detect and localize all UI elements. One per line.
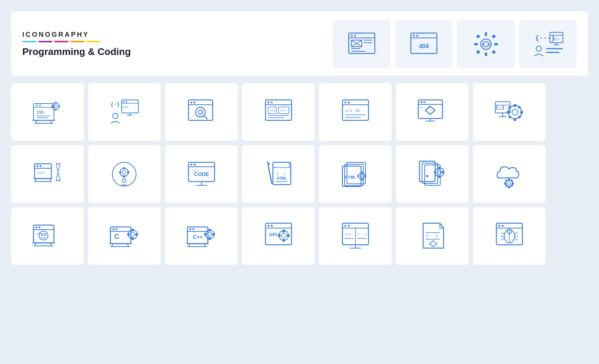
- coding-hourglass-icon: </>: [11, 145, 84, 203]
- svg-text:{···}: {···}: [277, 172, 286, 176]
- svg-rect-198: [127, 233, 130, 235]
- svg-text:C: C: [115, 233, 119, 240]
- svg-text:</>: </>: [345, 233, 351, 236]
- c-settings-icon: C: [88, 207, 161, 265]
- svg-point-207: [193, 228, 194, 230]
- svg-text:</>: </>: [498, 107, 504, 111]
- svg-point-247: [498, 225, 500, 227]
- svg-rect-97: [514, 104, 516, 107]
- svg-text:{···}: {···}: [426, 233, 438, 238]
- svg-rect-171: [512, 182, 514, 184]
- brand-line-4: [70, 41, 84, 42]
- svg-line-67: [204, 116, 207, 119]
- web-code-icon: </> </>: [242, 83, 315, 141]
- cpp-settings-icon: C++: [165, 207, 238, 265]
- ruby-monitor-icon: {···}: [396, 83, 468, 141]
- svg-text:API: API: [269, 232, 277, 237]
- svg-point-33: [536, 46, 541, 51]
- svg-point-112: [36, 165, 38, 167]
- svg-rect-168: [508, 179, 510, 181]
- svg-text:</>: </>: [36, 232, 42, 235]
- brand-line-5: [86, 41, 100, 42]
- header-icons: 404 {··}: [333, 20, 577, 68]
- svg-point-232: [344, 225, 346, 227]
- html-notebook-icon: {···} HTML: [242, 145, 315, 203]
- svg-rect-214: [212, 233, 215, 235]
- svg-rect-197: [132, 237, 134, 240]
- svg-rect-23: [492, 34, 496, 38]
- svg-rect-98: [514, 118, 516, 121]
- svg-rect-196: [132, 229, 134, 231]
- svg-point-88: [421, 101, 422, 103]
- cloud-settings-icon: [473, 145, 545, 203]
- svg-point-206: [190, 228, 191, 230]
- svg-point-60: [113, 113, 118, 118]
- svg-rect-47: [58, 105, 60, 107]
- svg-rect-103: [508, 116, 511, 118]
- svg-line-256: [515, 238, 518, 240]
- svg-point-132: [190, 163, 192, 165]
- svg-rect-228: [278, 234, 281, 237]
- svg-point-191: [113, 228, 115, 230]
- brand-line-1: [22, 41, 36, 42]
- svg-line-254: [515, 233, 518, 234]
- developer-header-icon: {···} </>: [519, 20, 577, 68]
- svg-rect-44: [55, 102, 57, 104]
- svg-line-138: [268, 165, 272, 183]
- svg-text:{·}: {·}: [110, 101, 120, 107]
- svg-rect-21: [494, 43, 498, 45]
- svg-point-63: [190, 102, 192, 104]
- icons-grid: ● ● CSS {·}: [11, 83, 588, 265]
- svg-point-56: [126, 101, 127, 103]
- css-settings-icon: ● ● CSS: [11, 83, 84, 141]
- svg-text:C++: C++: [193, 234, 203, 240]
- svg-rect-169: [508, 186, 510, 188]
- svg-text:</>: </>: [270, 108, 276, 112]
- svg-point-2: [351, 35, 352, 37]
- svg-point-71: [267, 102, 269, 104]
- svg-point-129: [122, 179, 126, 182]
- svg-text:</>: </>: [37, 170, 45, 175]
- svg-line-251: [501, 233, 504, 234]
- svg-rect-229: [287, 234, 290, 237]
- web-layout-header-icon: [333, 20, 390, 68]
- svg-point-165: [426, 175, 428, 177]
- robot-code-icon: </>: [11, 207, 84, 265]
- svg-point-89: [424, 101, 425, 103]
- svg-text:{···}: {···}: [357, 233, 367, 236]
- svg-point-233: [348, 225, 350, 227]
- svg-point-42: [52, 103, 59, 110]
- svg-line-253: [501, 238, 504, 240]
- svg-rect-125: [123, 167, 125, 169]
- js-icon: </> JS: [319, 83, 392, 141]
- code-book-icon: </> {···}: [319, 207, 392, 265]
- svg-rect-19: [485, 52, 487, 56]
- svg-point-222: [271, 225, 273, 227]
- svg-rect-46: [51, 105, 53, 107]
- svg-rect-161: [438, 167, 441, 169]
- code-developer-icon: {·} </>: [88, 83, 161, 141]
- svg-rect-163: [434, 171, 437, 173]
- icon-row-2: </>: [11, 145, 588, 203]
- code-gear-icon: {·} </>: [473, 83, 545, 141]
- code-search-icon: {}: [165, 83, 238, 141]
- svg-rect-155: [364, 175, 366, 177]
- code-settings-header-icon: {··}: [457, 20, 515, 68]
- svg-point-160: [438, 170, 441, 174]
- svg-rect-126: [123, 175, 125, 178]
- icon-row-1: ● ● CSS {·}: [11, 83, 588, 141]
- svg-point-64: [193, 102, 195, 104]
- icon-row-3: </> C: [11, 207, 588, 265]
- svg-text:CSS: CSS: [37, 110, 44, 114]
- svg-rect-226: [283, 230, 285, 233]
- svg-rect-153: [361, 179, 363, 181]
- html-settings-icon: HTML: [319, 145, 392, 203]
- header: ICONOGRAPHY Programming & Coding: [11, 11, 588, 76]
- svg-rect-20: [474, 43, 478, 45]
- svg-text:{···}: {···}: [420, 105, 430, 109]
- svg-rect-25: [492, 50, 496, 54]
- svg-point-179: [39, 226, 41, 228]
- svg-text:</>: </>: [122, 105, 129, 109]
- svg-text:</>: </>: [554, 37, 560, 41]
- svg-rect-211: [209, 229, 211, 231]
